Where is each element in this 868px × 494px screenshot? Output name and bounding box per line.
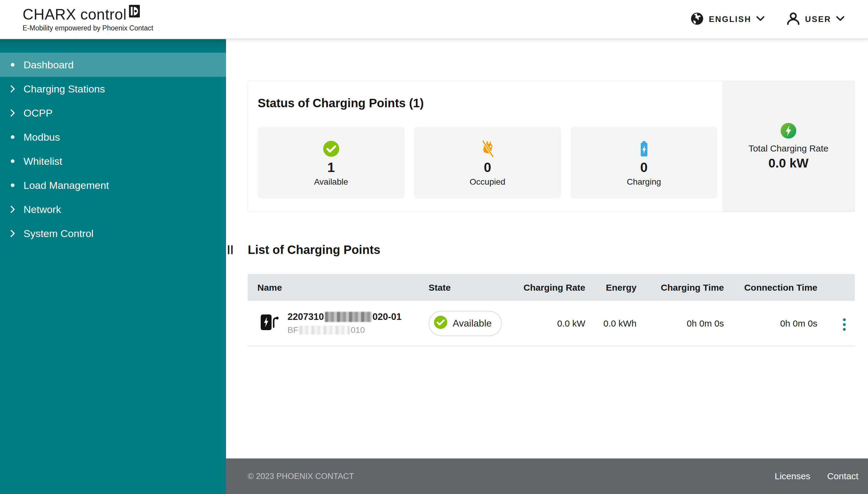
sidebar-nav: Dashboard Charging Stations OCPP Modbus … <box>0 39 226 246</box>
user-label: USER <box>805 15 831 24</box>
chevron-down-icon <box>836 16 845 23</box>
status-tile-available: 1 Available <box>258 127 404 198</box>
chevron-right-icon <box>9 205 16 213</box>
sidebar-item-dashboard[interactable]: Dashboard <box>0 53 226 77</box>
charging-time-value: 0h 0m 0s <box>636 301 724 346</box>
charging-point-serial: BF010 <box>288 325 402 335</box>
bullet-icon <box>9 135 16 139</box>
check-circle-icon <box>322 140 340 159</box>
state-badge: Available <box>429 311 502 336</box>
bullet-icon <box>9 184 16 187</box>
language-menu[interactable]: ENGLISH <box>690 12 764 27</box>
bullet-icon <box>9 63 16 66</box>
redacted-text <box>299 326 350 335</box>
check-circle-icon <box>433 315 448 331</box>
plug-slash-icon <box>479 140 496 159</box>
main-content: Status of Charging Points (1) 1 Availabl… <box>226 39 868 458</box>
user-menu[interactable]: USER <box>786 12 845 27</box>
globe-icon <box>690 12 704 27</box>
brand-tagline: E-Mobility empowered by Phoenix Contact <box>23 24 153 32</box>
occupied-count: 0 <box>484 160 491 175</box>
connection-time-value: 0h 0m 0s <box>724 301 817 346</box>
app-header: CHARXcontrol E-Mobility empowered by Pho… <box>0 0 868 39</box>
brand-logo[interactable]: CHARXcontrol E-Mobility empowered by Pho… <box>23 7 153 32</box>
sidebar-item-load-management[interactable]: Load Management <box>0 173 226 197</box>
list-title: List of Charging Points <box>248 242 855 257</box>
total-charging-rate-label: Total Charging Rate <box>749 144 828 154</box>
column-header-state: State <box>429 274 513 301</box>
column-header-energy: Energy <box>585 274 636 301</box>
sidebar: Dashboard Charging Stations OCPP Modbus … <box>0 39 226 494</box>
total-charging-rate-value: 0.0 kW <box>768 156 808 170</box>
bolt-circle-icon <box>780 122 797 140</box>
charging-count: 0 <box>640 160 647 175</box>
contact-link[interactable]: Contact <box>827 471 858 481</box>
sidebar-item-charging-stations[interactable]: Charging Stations <box>0 77 226 101</box>
sidebar-item-system-control[interactable]: System Control <box>0 222 226 246</box>
available-label: Available <box>314 177 348 187</box>
copyright-text: © 2023 PHOENIX CONTACT <box>248 472 354 481</box>
energy-value: 0.0 kWh <box>585 301 636 346</box>
total-charging-rate-panel: Total Charging Rate 0.0 kW <box>722 81 855 212</box>
sidebar-item-ocpp[interactable]: OCPP <box>0 101 226 125</box>
charging-points-table: Name State Charging Rate Energy Charging… <box>248 274 855 346</box>
battery-bolt-icon <box>639 140 649 159</box>
available-count: 1 <box>327 160 335 175</box>
sidebar-item-whitelist[interactable]: Whitelist <box>0 149 226 173</box>
brand-title: CHARXcontrol <box>23 7 127 22</box>
occupied-label: Occupied <box>469 177 505 187</box>
row-actions-kebab-icon[interactable] <box>840 316 855 334</box>
status-card: Status of Charging Points (1) 1 Availabl… <box>248 81 855 212</box>
chevron-down-icon <box>756 16 764 23</box>
language-label: ENGLISH <box>709 15 751 24</box>
column-header-actions <box>817 274 855 301</box>
charging-label: Charging <box>627 177 661 187</box>
charging-point-name: 2207310020-01 <box>288 311 402 323</box>
status-card-title: Status of Charging Points (1) <box>258 95 717 111</box>
phoenix-contact-logo-icon <box>129 5 140 19</box>
ev-charger-icon <box>260 313 278 334</box>
sidebar-item-modbus[interactable]: Modbus <box>0 125 226 149</box>
chevron-right-icon <box>9 84 16 93</box>
column-header-charging-rate: Charging Rate <box>513 274 585 301</box>
app-footer: © 2023 PHOENIX CONTACT Licenses Contact <box>226 458 868 494</box>
table-header-row: Name State Charging Rate Energy Charging… <box>248 274 855 301</box>
charging-point-row[interactable]: 2207310020-01 BF010 Available <box>248 301 855 346</box>
column-header-name: Name <box>248 274 429 301</box>
redacted-text <box>325 312 372 322</box>
sidebar-resize-handle[interactable] <box>227 244 234 255</box>
person-icon <box>786 12 800 27</box>
column-header-charging-time: Charging Time <box>636 274 724 301</box>
chevron-right-icon <box>9 109 16 117</box>
charging-points-list-section: List of Charging Points Name State Charg… <box>248 242 855 346</box>
state-label: Available <box>453 318 492 329</box>
licenses-link[interactable]: Licenses <box>775 471 810 481</box>
column-header-connection-time: Connection Time <box>724 274 817 301</box>
chevron-right-icon <box>9 229 16 238</box>
status-tile-charging: 0 Charging <box>571 127 717 198</box>
sidebar-item-network[interactable]: Network <box>0 197 226 222</box>
charging-rate-value: 0.0 kW <box>513 301 585 346</box>
bullet-icon <box>9 159 16 163</box>
status-tile-occupied: 0 Occupied <box>414 127 561 198</box>
